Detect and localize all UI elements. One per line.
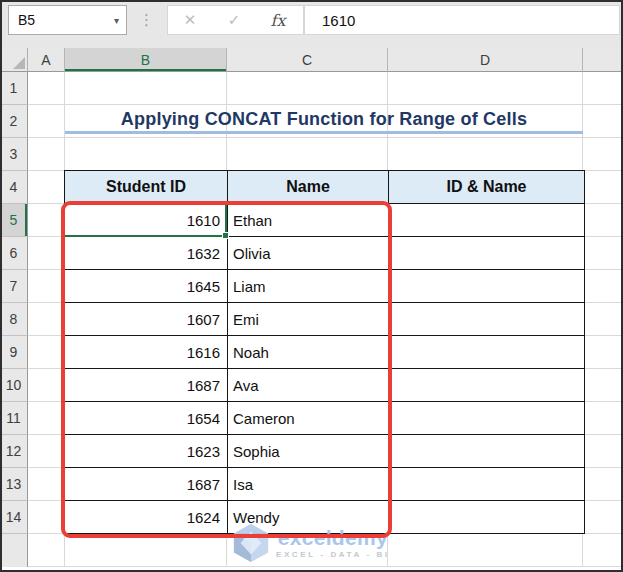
exceldemy-logo-icon xyxy=(232,523,270,563)
table-row: 1687 Isa xyxy=(65,468,585,501)
enter-icon[interactable]: ✓ xyxy=(212,11,256,29)
cell-result[interactable] xyxy=(389,402,585,435)
chevron-down-icon[interactable]: ▾ xyxy=(114,15,119,26)
header-cell-name[interactable]: Name xyxy=(228,171,389,204)
row-header-7[interactable]: 7 xyxy=(0,270,28,303)
title-underline xyxy=(65,131,583,134)
cell-name[interactable]: Ethan xyxy=(228,204,389,237)
cell-result[interactable] xyxy=(389,204,585,237)
cell-student-id[interactable]: 1610 xyxy=(65,204,228,237)
sheet-title: Applying CONCAT Function for Range of Ce… xyxy=(65,105,583,134)
cell-name[interactable]: Sophia xyxy=(228,435,389,468)
column-header-d[interactable]: D xyxy=(388,48,583,72)
cell-student-id[interactable]: 1623 xyxy=(65,435,228,468)
cell-result[interactable] xyxy=(389,369,585,402)
column-header-c[interactable]: C xyxy=(227,48,388,72)
formula-bar-value: 1610 xyxy=(322,12,355,29)
table-row: 1616 Noah xyxy=(65,336,585,369)
header-cell-id-and-name[interactable]: ID & Name xyxy=(389,171,585,204)
table-row: 1623 Sophia xyxy=(65,435,585,468)
table-header-row: Student ID Name ID & Name xyxy=(65,171,585,204)
formula-bar-drag-handle[interactable]: ⋮ xyxy=(139,5,154,35)
cell-result[interactable] xyxy=(389,435,585,468)
cell-result[interactable] xyxy=(389,270,585,303)
fill-handle[interactable] xyxy=(222,232,229,239)
cell-result[interactable] xyxy=(389,303,585,336)
table-row: 1645 Liam xyxy=(65,270,585,303)
row-header-1[interactable]: 1 xyxy=(0,72,28,105)
cell-result[interactable] xyxy=(389,237,585,270)
cell-student-id[interactable]: 1616 xyxy=(65,336,228,369)
name-box[interactable]: B5 ▾ xyxy=(8,5,127,35)
row-header-10[interactable]: 10 xyxy=(0,369,28,402)
select-all-triangle-icon xyxy=(13,57,25,69)
cell-name[interactable]: Ava xyxy=(228,369,389,402)
excel-window: B5 ▾ ⋮ ✕ ✓ fx 1610 A B C D 1 2 3 4 5 6 7… xyxy=(0,0,623,572)
row-header-13[interactable]: 13 xyxy=(0,468,28,501)
row-headers: 1 2 3 4 5 6 7 8 9 10 11 12 13 14 xyxy=(0,72,28,567)
cell-name[interactable]: Emi xyxy=(228,303,389,336)
row-header-3[interactable]: 3 xyxy=(0,138,28,171)
row-header-partial[interactable] xyxy=(0,534,28,567)
row-header-9[interactable]: 9 xyxy=(0,336,28,369)
row-header-11[interactable]: 11 xyxy=(0,402,28,435)
row-header-14[interactable]: 14 xyxy=(0,501,28,534)
cell-result[interactable] xyxy=(389,501,585,534)
watermark-brand: exceldemy xyxy=(278,527,388,548)
select-all-corner[interactable] xyxy=(0,48,28,72)
formula-bar[interactable]: 1610 xyxy=(304,5,620,35)
cell-result[interactable] xyxy=(389,468,585,501)
cell-student-id[interactable]: 1607 xyxy=(65,303,228,336)
insert-function-icon[interactable]: fx xyxy=(256,11,300,30)
cancel-icon[interactable]: ✕ xyxy=(168,11,212,29)
table-row: 1654 Cameron xyxy=(65,402,585,435)
data-table: Student ID Name ID & Name 1610 Ethan 163… xyxy=(64,170,585,534)
row-header-8[interactable]: 8 xyxy=(0,303,28,336)
header-cell-student-id[interactable]: Student ID xyxy=(65,171,228,204)
active-cell-border xyxy=(64,235,227,237)
cell-student-id[interactable]: 1687 xyxy=(65,468,228,501)
name-box-value: B5 xyxy=(18,12,35,28)
cell-student-id[interactable]: 1654 xyxy=(65,402,228,435)
table-row: 1632 Olivia xyxy=(65,237,585,270)
formula-buttons: ✕ ✓ fx xyxy=(167,5,304,35)
row-header-4[interactable]: 4 xyxy=(0,171,28,204)
row-header-6[interactable]: 6 xyxy=(0,237,28,270)
row-header-5[interactable]: 5 xyxy=(0,204,28,237)
cell-name[interactable]: Olivia xyxy=(228,237,389,270)
watermark-tagline: EXCEL - DATA - BI xyxy=(276,550,390,559)
cell-name[interactable]: Cameron xyxy=(228,402,389,435)
formula-toolbar: B5 ▾ ⋮ ✕ ✓ fx 1610 xyxy=(0,0,623,48)
cell-student-id[interactable]: 1632 xyxy=(65,237,228,270)
column-header-a[interactable]: A xyxy=(28,48,65,72)
cell-student-id[interactable]: 1687 xyxy=(65,369,228,402)
cell-student-id[interactable]: 1624 xyxy=(65,501,228,534)
table-row: 1610 Ethan xyxy=(65,204,585,237)
table-row: 1687 Ava xyxy=(65,369,585,402)
cell-student-id[interactable]: 1645 xyxy=(65,270,228,303)
cell-result[interactable] xyxy=(389,336,585,369)
column-headers: A B C D xyxy=(0,48,623,72)
row-header-2[interactable]: 2 xyxy=(0,105,28,138)
column-header-partial[interactable] xyxy=(583,48,623,72)
row-header-12[interactable]: 12 xyxy=(0,435,28,468)
cell-name[interactable]: Noah xyxy=(228,336,389,369)
cell-name[interactable]: Isa xyxy=(228,468,389,501)
cell-name[interactable]: Liam xyxy=(228,270,389,303)
watermark: exceldemy EXCEL - DATA - BI xyxy=(232,523,390,563)
table-row: 1607 Emi xyxy=(65,303,585,336)
column-header-b[interactable]: B xyxy=(65,48,227,72)
